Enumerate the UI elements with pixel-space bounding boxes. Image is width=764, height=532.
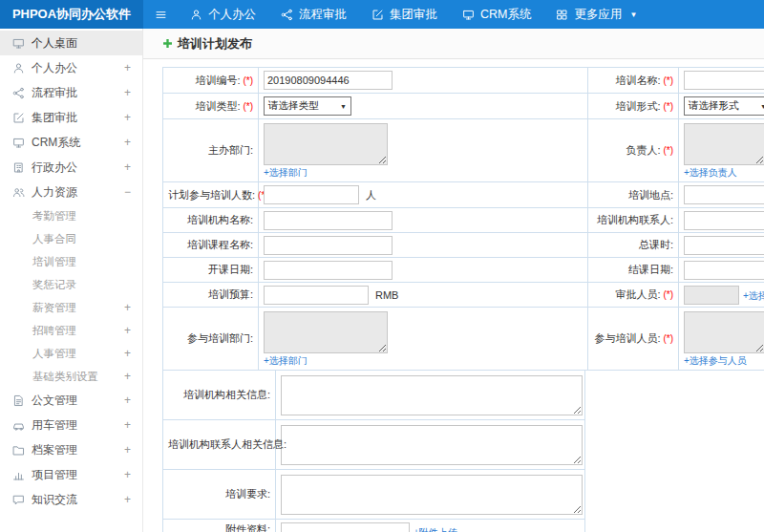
sidebar-subitem-label: 奖惩记录 (32, 278, 76, 292)
training-type-label: 培训类型: (195, 100, 240, 112)
sidebar-item-label: 行政办公 (32, 160, 77, 176)
start-date-input[interactable] (264, 261, 393, 280)
unit-person: 人 (366, 189, 376, 201)
sidebar-item-personal-desktop[interactable]: 个人桌面 (0, 31, 142, 55)
unit-rmb: RMB (375, 289, 398, 301)
training-name-input[interactable] (684, 71, 764, 90)
expand-sign: + (124, 468, 131, 481)
sidebar-subitem-recruitment-mgmt[interactable]: 招聘管理 + (0, 319, 142, 342)
user-icon (190, 9, 202, 21)
course-name-label: 培训课程名称: (187, 239, 253, 250)
page-title: 培训计划发布 (178, 35, 252, 53)
org-name-input[interactable] (264, 211, 393, 230)
expand-sign: + (124, 324, 131, 337)
sidebar-item-crm[interactable]: CRM系统 + (0, 130, 142, 155)
nav-item-group-approval[interactable]: 集团审批 (359, 0, 450, 29)
approver-input[interactable] (684, 286, 739, 305)
nav-item-label: 更多应用 (574, 7, 622, 23)
attachment-input[interactable] (281, 522, 410, 532)
select-dept-link[interactable]: +选择部门 (264, 167, 308, 178)
training-number-input[interactable] (264, 71, 393, 90)
sidebar-subitem-label: 招聘管理 (32, 324, 76, 338)
training-name-label: 培训名称: (615, 74, 660, 86)
location-label: 培训地点: (628, 189, 673, 201)
total-hours-label: 总课时: (639, 239, 673, 250)
sidebar-item-archive-mgmt[interactable]: 档案管理 + (0, 437, 142, 462)
training-type-select[interactable]: 请选择类型▼ (264, 96, 351, 116)
start-date-label: 开课日期: (208, 264, 253, 275)
form-table-upper: 培训编号:(*) 培训名称:(*) 培训类型:(*) 请选择类型▼ 培训形式:(… (162, 67, 764, 371)
expand-sign: + (124, 443, 131, 457)
expand-sign: + (124, 111, 131, 124)
attachment-upload-link[interactable]: +附件上传 (414, 527, 457, 532)
sidebar-item-project-mgmt[interactable]: 项目管理 + (0, 462, 142, 487)
folder-icon (12, 444, 25, 457)
required-mark: (*) (243, 75, 253, 86)
sidebar-subitem-reward-punishment[interactable]: 奖惩记录 (0, 273, 142, 296)
sidebar-item-human-resources[interactable]: 人力资源 − (0, 180, 142, 204)
leader-textarea[interactable] (684, 123, 764, 165)
building-icon (12, 161, 25, 174)
sidebar-item-group-approval[interactable]: 集团审批 + (0, 105, 142, 130)
expand-sign: + (124, 394, 131, 407)
select-dept-link[interactable]: +选择部门 (264, 355, 308, 366)
host-dept-textarea[interactable] (264, 123, 388, 165)
caret-down-icon: ▼ (760, 103, 764, 110)
budget-input[interactable] (264, 286, 369, 305)
course-name-input[interactable] (264, 236, 393, 255)
total-hours-input[interactable] (684, 236, 764, 255)
sidebar-item-admin-office[interactable]: 行政办公 + (0, 155, 142, 180)
requirement-textarea[interactable] (281, 475, 583, 515)
nav-item-personal-office[interactable]: 个人办公 (178, 0, 268, 29)
select-approver-link[interactable]: +选择审批人员 (743, 290, 764, 301)
sidebar-subitem-personnel-mgmt[interactable]: 人事管理 + (0, 342, 142, 365)
sidebar-subitem-personnel-contract[interactable]: 人事合同 (0, 227, 142, 250)
doc-icon (12, 394, 25, 407)
caret-down-icon: ▼ (340, 103, 347, 110)
sidebar-item-workflow-approval[interactable]: 流程审批 + (0, 80, 142, 105)
sidebar-item-document-mgmt[interactable]: 公文管理 + (0, 388, 142, 413)
end-date-input[interactable] (684, 261, 764, 280)
sidebar-subitem-salary-mgmt[interactable]: 薪资管理 + (0, 296, 142, 319)
host-dept-label: 主办部门: (208, 144, 253, 156)
sidebar-subitem-attendance[interactable]: 考勤管理 (0, 204, 142, 227)
expand-sign: + (124, 86, 131, 99)
training-plan-form: 培训编号:(*) 培训名称:(*) 培训类型:(*) 请选择类型▼ 培训形式:(… (143, 59, 764, 532)
chat-icon (12, 494, 25, 506)
required-mark: (*) (663, 289, 673, 300)
end-date-label: 结课日期: (628, 264, 673, 275)
car-icon (12, 419, 25, 432)
sidebar-subitem-basic-category-settings[interactable]: 基础类别设置 + (0, 365, 142, 388)
users-icon (12, 186, 25, 199)
expand-sign: + (124, 160, 131, 174)
select-leader-link[interactable]: +选择负责人 (684, 167, 737, 178)
join-people-textarea[interactable] (684, 311, 764, 353)
org-info-textarea[interactable] (281, 375, 583, 415)
nav-item-more-apps[interactable]: 更多应用 ▼ (543, 0, 649, 29)
sidebar-item-label: 用车管理 (32, 417, 77, 434)
menu-toggle-button[interactable] (143, 0, 178, 29)
flow-icon (12, 87, 25, 99)
org-info-label: 培训机构相关信息: (183, 389, 270, 400)
sidebar: 个人桌面 个人办公 + 流程审批 + 集团审批 + CRM系统 + 行政办公 + (0, 29, 143, 532)
org-contact-info-textarea[interactable] (281, 425, 583, 465)
sidebar-item-personal-office[interactable]: 个人办公 + (0, 55, 142, 80)
collapse-sign: − (124, 185, 131, 199)
sidebar-item-label: 流程审批 (32, 85, 77, 101)
sidebar-item-knowledge-exchange[interactable]: 知识交流 + (0, 487, 142, 512)
user-icon (12, 62, 25, 74)
org-contact-input[interactable] (684, 211, 764, 230)
location-input[interactable] (684, 185, 764, 204)
sidebar-item-label: 项目管理 (32, 467, 77, 483)
nav-item-crm[interactable]: CRM系统 (450, 0, 543, 29)
sidebar-subitem-training-mgmt[interactable]: 培训管理 (0, 250, 142, 273)
join-dept-textarea[interactable] (264, 311, 388, 353)
sidebar-item-vehicle-mgmt[interactable]: 用车管理 + (0, 413, 142, 437)
page-header: 培训计划发布 (143, 29, 764, 59)
planned-count-input[interactable] (264, 185, 359, 204)
nav-item-label: CRM系统 (480, 7, 531, 23)
desktop-icon (12, 37, 25, 50)
training-mode-select[interactable]: 请选择形式▼ (684, 96, 764, 116)
nav-item-workflow-approval[interactable]: 流程审批 (268, 0, 359, 29)
select-participants-link[interactable]: +选择参与人员 (684, 355, 747, 366)
